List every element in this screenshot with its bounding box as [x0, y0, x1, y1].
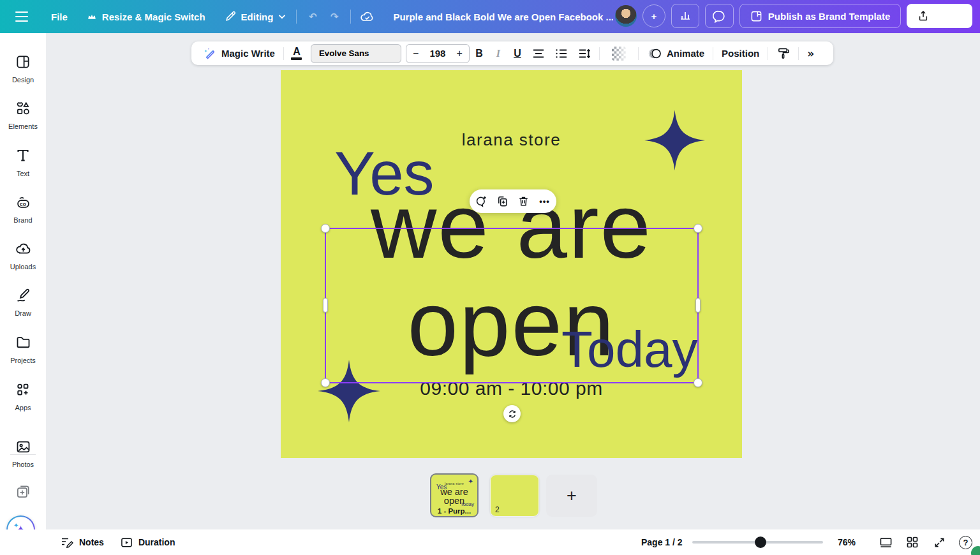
transparency-checker-icon [612, 47, 626, 61]
sidebar-item-photos[interactable]: Photos [0, 436, 46, 468]
page-1-label: 1 - Purp... [431, 507, 477, 515]
redo-button[interactable]: ↷ [323, 5, 345, 28]
animate-label: Animate [667, 48, 704, 59]
sparkle-star-bottom-left[interactable] [318, 354, 380, 428]
notes-button[interactable]: Notes [61, 536, 104, 548]
bullet-list-button[interactable] [550, 44, 573, 63]
cloud-check-icon [360, 10, 375, 23]
brand-icon: co [12, 191, 34, 213]
sidebar-item-elements[interactable]: Elements [0, 98, 46, 130]
design-canvas-page-1[interactable]: larana store Yes we areopen Today 09:00 … [281, 70, 742, 458]
save-status-button[interactable] [356, 5, 379, 28]
invite-members-button[interactable]: + [642, 4, 665, 27]
rotate-handle[interactable] [503, 405, 521, 422]
position-button[interactable]: Position [716, 44, 764, 63]
sidebar-item-apps[interactable]: Apps [0, 379, 46, 411]
comments-button[interactable] [705, 4, 734, 28]
object-panel-sidebar: Design Elements Text co Brand Uploads [0, 33, 46, 555]
pencil-icon [225, 11, 236, 22]
more-toolbar-options-button[interactable]: » [802, 44, 819, 63]
toolbar-separator [713, 47, 713, 60]
present-view-button[interactable] [879, 535, 893, 549]
grid-view-button[interactable] [905, 535, 919, 549]
crown-icon [87, 12, 97, 21]
toolbar-separator [768, 47, 768, 60]
font-family-selector[interactable]: Evolve Sans [311, 44, 401, 63]
topbar-separator [350, 10, 351, 24]
avatar[interactable] [615, 5, 637, 27]
duplicate-button[interactable] [494, 193, 511, 210]
animate-button[interactable]: Animate [642, 44, 709, 63]
resize-magic-switch-button[interactable]: Resize & Magic Switch [82, 5, 211, 28]
photos-image-icon [12, 436, 34, 457]
file-menu-button[interactable]: File [46, 5, 73, 28]
magic-write-icon [203, 47, 217, 61]
toolbar-separator [638, 47, 639, 60]
text-color-swatch [291, 57, 302, 60]
comment-bubble-icon [713, 10, 726, 23]
sidebar-item-draw[interactable]: Draw [0, 285, 46, 317]
main-menu-button[interactable] [9, 5, 34, 28]
copy-style-button[interactable] [771, 44, 795, 63]
chevron-down-icon [278, 14, 286, 19]
design-icon [12, 51, 34, 73]
text-color-button[interactable]: A [287, 47, 306, 60]
resize-handle-left[interactable] [323, 298, 328, 313]
sidebar-label: Draw [15, 309, 31, 317]
page-indicator: Page 1 / 2 [641, 537, 683, 547]
bold-button[interactable]: B [470, 44, 489, 63]
plus-icon: + [651, 11, 657, 22]
page-2-thumbnail[interactable]: 2 [490, 475, 539, 517]
thumb-today-text: Today [461, 501, 474, 507]
delete-button[interactable] [515, 193, 532, 210]
font-size-decrease-button[interactable]: − [413, 48, 419, 59]
resize-handle-top-left[interactable] [321, 224, 330, 233]
sparkle-star-top-right[interactable] [644, 107, 705, 174]
resize-handle-bottom-left[interactable] [321, 378, 330, 387]
plus-icon: + [567, 486, 577, 506]
resize-handle-bottom-right[interactable] [694, 378, 702, 387]
resize-handle-top-right[interactable] [694, 224, 702, 233]
paint-roller-icon [776, 47, 790, 60]
design-title[interactable]: Purple and Black Bold We are Open Facebo… [393, 11, 613, 22]
font-size-value[interactable]: 198 [429, 48, 445, 59]
line-spacing-button[interactable] [573, 44, 596, 63]
position-label: Position [722, 48, 759, 59]
canva-editor: File Resize & Magic Switch Editing ↶ ↷ [0, 0, 980, 555]
thumb-sparkle-icon: ✦ [468, 478, 473, 485]
magic-write-button[interactable]: Magic Write [198, 44, 280, 63]
notes-label: Notes [79, 537, 104, 547]
sidebar-item-more-apps[interactable] [0, 481, 46, 503]
editing-mode-dropdown[interactable]: Editing [219, 5, 292, 28]
sidebar-item-uploads[interactable]: Uploads [0, 238, 46, 270]
projects-folder-icon [12, 332, 34, 353]
canvas-text-today[interactable]: Today [561, 320, 697, 379]
sidebar-item-projects[interactable]: Projects [0, 332, 46, 364]
add-comment-button[interactable] [473, 193, 490, 210]
text-align-button[interactable] [527, 44, 550, 63]
zoom-slider-thumb[interactable] [755, 536, 766, 548]
zoom-slider[interactable] [692, 529, 823, 555]
transparency-button[interactable] [603, 44, 635, 63]
sidebar-item-text[interactable]: Text [0, 145, 46, 177]
sidebar-item-design[interactable]: Design [0, 51, 46, 84]
font-name: Evolve Sans [319, 48, 369, 58]
undo-button[interactable]: ↶ [302, 5, 323, 28]
toolbar-separator [283, 47, 284, 60]
more-options-button[interactable]: ••• [536, 193, 553, 210]
page-1-thumbnail[interactable]: larana store ✦ Yes we are open Today 1 -… [430, 473, 479, 517]
resize-handle-right[interactable] [695, 298, 701, 313]
publish-brand-template-button[interactable]: Publish as Brand Template [739, 4, 901, 28]
italic-button[interactable]: I [489, 44, 508, 63]
underline-button[interactable]: U [508, 44, 527, 63]
help-button[interactable]: ? [959, 536, 972, 549]
sidebar-item-brand[interactable]: co Brand [0, 191, 46, 224]
sidebar-label: Projects [10, 357, 36, 364]
add-page-button[interactable]: + [546, 475, 597, 517]
share-button[interactable]: Share [907, 4, 972, 28]
font-size-increase-button[interactable]: + [457, 48, 463, 59]
insights-button[interactable] [671, 4, 699, 28]
duration-button[interactable]: Duration [121, 537, 175, 548]
fullscreen-button[interactable] [932, 535, 946, 549]
zoom-level[interactable]: 76% [838, 537, 856, 547]
